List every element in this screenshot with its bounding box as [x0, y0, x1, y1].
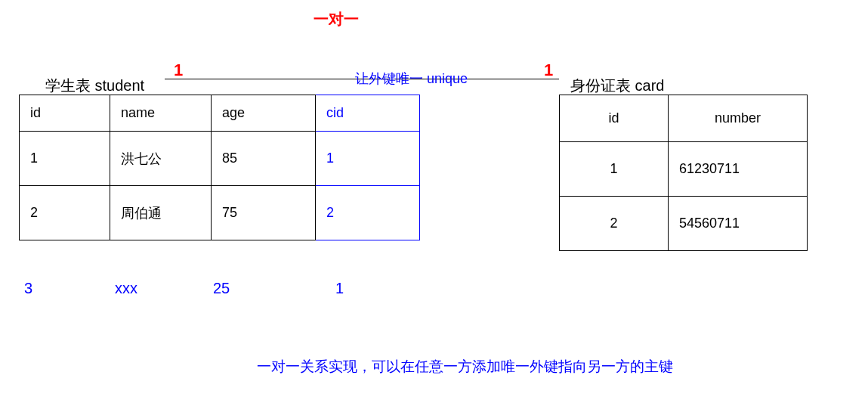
- student-row: 2 周伯通 75 2: [20, 186, 420, 240]
- student-cell-age: 75: [212, 186, 316, 240]
- card-cell-id: 1: [560, 142, 669, 197]
- student-table: id name age cid 1 洪七公 85 1 2 周伯通 75 2: [19, 95, 420, 240]
- student-cell-id: 1: [20, 132, 110, 186]
- student-extra-cid: 1: [335, 280, 344, 297]
- cardinality-right: 1: [544, 60, 553, 80]
- student-extra-age: 25: [213, 280, 230, 297]
- card-cell-number: 61230711: [669, 142, 808, 197]
- card-row: 1 61230711: [560, 142, 808, 197]
- student-header-name: name: [110, 95, 212, 132]
- student-table-caption: 学生表 student: [45, 76, 144, 96]
- card-row: 2 54560711: [560, 197, 808, 251]
- student-header-row: id name age cid: [20, 95, 420, 132]
- student-header-cid: cid: [316, 95, 420, 132]
- card-header-row: id number: [560, 95, 808, 142]
- student-cell-id: 2: [20, 186, 110, 240]
- card-header-id: id: [560, 95, 669, 142]
- cardinality-left: 1: [174, 60, 183, 80]
- bottom-explanation: 一对一关系实现，可以在任意一方添加唯一外键指向另一方的主键: [257, 357, 673, 377]
- card-cell-id: 2: [560, 197, 669, 251]
- card-table: id number 1 61230711 2 54560711: [559, 95, 808, 251]
- unique-constraint-label: 让外键唯一 unique: [355, 70, 468, 88]
- student-header-id: id: [20, 95, 110, 132]
- card-header-number: number: [669, 95, 808, 142]
- student-extra-id: 3: [24, 280, 32, 297]
- student-cell-name: 周伯通: [110, 186, 212, 240]
- student-cell-age: 85: [212, 132, 316, 186]
- student-cell-cid: 1: [316, 132, 420, 186]
- student-cell-name: 洪七公: [110, 132, 212, 186]
- student-header-age: age: [212, 95, 316, 132]
- student-cell-cid: 2: [316, 186, 420, 240]
- diagram-title: 一对一: [314, 9, 359, 29]
- card-table-caption: 身份证表 card: [570, 76, 664, 96]
- card-cell-number: 54560711: [669, 197, 808, 251]
- student-row: 1 洪七公 85 1: [20, 132, 420, 186]
- student-extra-name: xxx: [115, 280, 137, 297]
